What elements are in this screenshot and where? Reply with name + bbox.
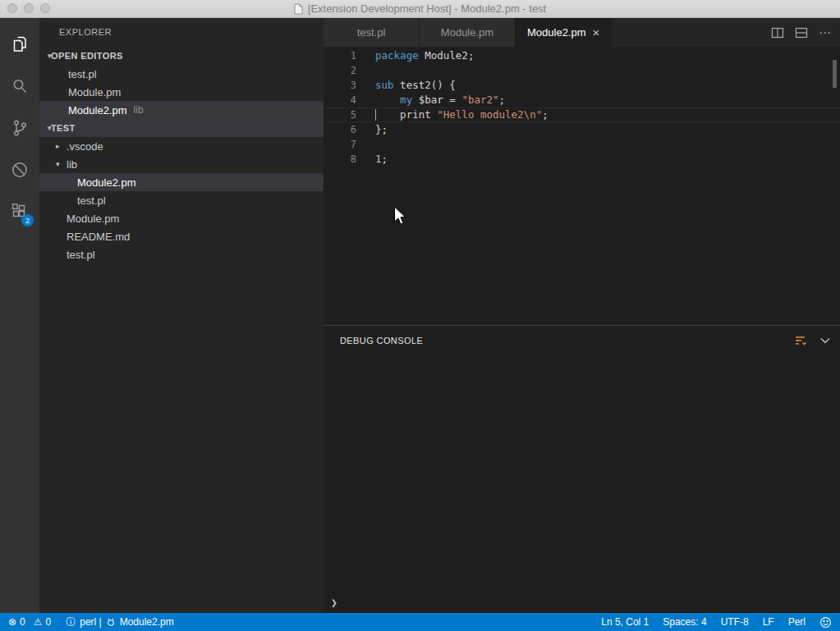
active-file-label: Module2.pm [120, 616, 174, 628]
tree-file-item[interactable]: test.pl [39, 245, 324, 263]
code-token: print [375, 108, 437, 121]
editor-tab-test-pl[interactable]: test.pl [324, 18, 420, 47]
error-icon: ⊗ [8, 617, 16, 627]
tab-bar: test.plModule.pmModule2.pm× ⋯ [324, 18, 840, 47]
zoom-window-button[interactable] [40, 3, 50, 13]
perl-debug-status[interactable]: ⓘ perl | Module2.pm [66, 616, 174, 628]
info-icon: ⓘ [66, 617, 76, 627]
encoding[interactable]: UTF-8 [721, 616, 749, 628]
line-number: 3 [324, 78, 356, 93]
console-options-icon[interactable] [794, 334, 807, 347]
problems-warnings[interactable]: ⚠ 0 [34, 616, 51, 628]
code-token: my [400, 94, 412, 106]
code-token: "bar2" [461, 94, 498, 106]
line-number: 5 [324, 107, 356, 122]
open-editor-item[interactable]: Module.pm [39, 83, 324, 101]
traffic-lights [7, 3, 50, 13]
twisty-icon: ▾ [39, 124, 51, 132]
activitybar-explorer-button[interactable] [0, 23, 39, 65]
activitybar-extensions-button[interactable]: 2 [0, 190, 39, 232]
code-line[interactable]: 5 print "Hello module2\n"; [324, 107, 840, 122]
file-label: Module2.pm [68, 104, 127, 117]
code-editor[interactable]: 1package Module2;23sub test2() {4 my $ba… [324, 47, 840, 325]
debug-console-input[interactable]: ❯ [324, 592, 840, 613]
open-editor-item[interactable]: test.pl [39, 65, 324, 83]
open-editors-list: test.plModule.pmModule2.pmlib [39, 65, 324, 119]
code-token: "Hello module2\n" [437, 108, 542, 121]
console-prompt-icon: ❯ [331, 597, 337, 609]
tree-file-item[interactable]: README.md [39, 227, 324, 245]
code-token: 1 [375, 153, 382, 165]
workbench: 2 EXPLORER ▾ OPEN EDITORS test.plModule.… [0, 18, 840, 613]
toggle-layout-icon[interactable] [795, 26, 808, 39]
warning-icon: ⚠ [34, 617, 43, 627]
sidebar-title: EXPLORER [39, 18, 324, 47]
tab-label: test.pl [357, 26, 386, 39]
language-mode[interactable]: Perl [788, 616, 806, 628]
tree-file-item[interactable]: Module2.pm [39, 173, 324, 191]
open-editor-item[interactable]: Module2.pmlib [39, 101, 324, 119]
cursor-position[interactable]: Ln 5, Col 1 [601, 616, 649, 628]
feedback-smiley-icon[interactable] [819, 616, 832, 629]
code-token [375, 94, 400, 106]
split-editor-icon[interactable] [771, 26, 784, 39]
line-number: 2 [324, 63, 356, 78]
perl-status-label: perl | [80, 616, 101, 628]
code-line[interactable]: 2 [324, 63, 840, 78]
code-token: ; [382, 153, 388, 165]
code-line[interactable]: 3sub test2() { [324, 78, 840, 93]
close-window-button[interactable] [7, 3, 17, 13]
editor-tab-module2-pm[interactable]: Module2.pm× [516, 18, 612, 47]
debug-console-output [324, 354, 840, 592]
panel-tab-debug-console[interactable]: DEBUG CONSOLE [340, 336, 423, 345]
tree-folder-item[interactable]: ▸.vscode [39, 137, 324, 155]
code-line[interactable]: 7 [324, 137, 840, 152]
close-icon[interactable]: × [593, 26, 600, 39]
tree-file-item[interactable]: test.pl [39, 191, 324, 209]
line-number: 6 [324, 122, 356, 137]
code-token: package [375, 49, 419, 62]
file-label: Module.pm [68, 86, 121, 98]
activitybar-debug-button[interactable] [0, 149, 39, 190]
tab-actions: ⋯ [771, 18, 832, 47]
file-label: Module2.pm [77, 176, 136, 189]
git-branch-icon [10, 118, 30, 138]
code-text: print "Hello module2\n"; [356, 107, 549, 122]
activitybar-source-control-button[interactable] [0, 107, 39, 149]
folder-section-header[interactable]: ▾ TEST [39, 119, 324, 137]
chevron-down-icon[interactable] [819, 334, 832, 347]
window-title: [Extension Development Host] - Module2.p… [294, 2, 546, 15]
code-line[interactable]: 4 my $bar = "bar2"; [324, 93, 840, 107]
file-tree: ▸.vscode▾libModule2.pmtest.plModule.pmRE… [39, 137, 324, 263]
code-token: sub [375, 79, 394, 91]
tree-folder-item[interactable]: ▾lib [39, 155, 324, 173]
file-label: test.pl [68, 68, 97, 80]
file-label: test.pl [77, 194, 106, 207]
file-label: test.pl [67, 249, 95, 261]
code-line[interactable]: 1package Module2; [324, 48, 840, 63]
problems-errors[interactable]: ⊗ 0 [8, 616, 25, 628]
open-editors-header[interactable]: ▾ OPEN EDITORS [39, 47, 324, 65]
tab-label: Module.pm [441, 26, 493, 39]
editor-scrollbar[interactable] [833, 60, 837, 88]
more-actions-icon[interactable]: ⋯ [819, 25, 832, 40]
indentation[interactable]: Spaces: 4 [663, 616, 706, 628]
code-text: my $bar = "bar2"; [356, 93, 505, 107]
tree-file-item[interactable]: Module.pm [39, 209, 324, 227]
error-count: 0 [20, 616, 25, 628]
eol-sequence[interactable]: LF [763, 616, 774, 628]
code-token: }; [375, 123, 388, 135]
minimize-window-button[interactable] [24, 3, 34, 13]
editor-tab-module-pm[interactable]: Module.pm [420, 18, 516, 47]
activitybar-search-button[interactable] [0, 65, 39, 107]
code-token: test2() { [394, 79, 456, 91]
code-line[interactable]: 81; [324, 152, 840, 167]
debug-disabled-icon [10, 160, 30, 180]
editor-group: test.plModule.pmModule2.pm× ⋯ 1package M… [324, 18, 840, 613]
twisty-expanded-icon: ▾ [56, 160, 67, 168]
titlebar: [Extension Development Host] - Module2.p… [0, 0, 840, 18]
code-text: sub test2() { [356, 78, 456, 93]
search-icon [10, 76, 30, 96]
window-title-text: [Extension Development Host] - Module2.p… [308, 2, 546, 15]
code-line[interactable]: 6}; [324, 122, 840, 137]
